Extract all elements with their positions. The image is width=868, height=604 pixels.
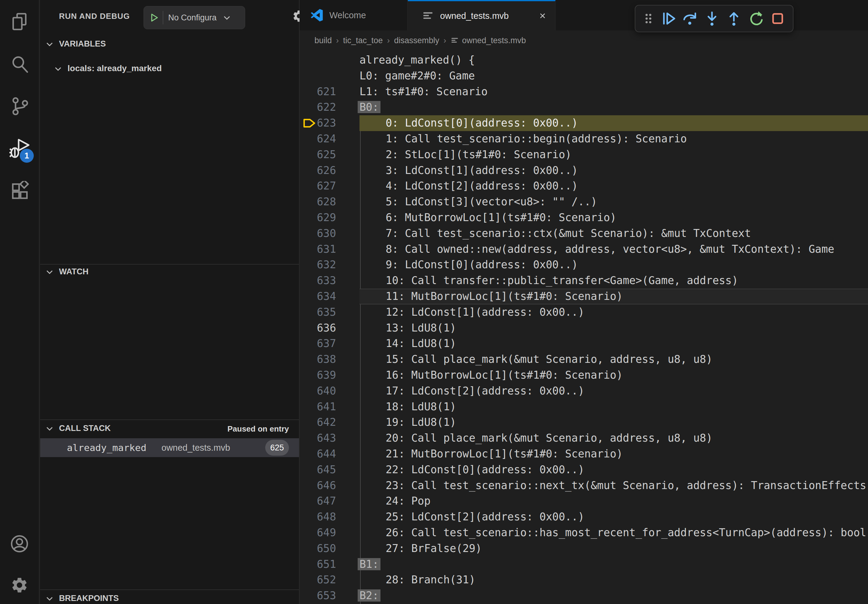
extensions-icon[interactable]	[9, 180, 29, 200]
step-into-icon[interactable]	[701, 7, 723, 30]
editor-gutter[interactable]: 655	[299, 588, 360, 604]
editor-gutter[interactable]: 644	[299, 415, 360, 431]
editor-gutter[interactable]: 643	[299, 399, 360, 415]
code-line[interactable]: 639 14: LdU8(1)	[299, 336, 868, 352]
tab-welcome[interactable]: Welcome	[299, 0, 408, 30]
code-line[interactable]: 632 7: Call test_scenario::ctx(&mut Scen…	[299, 226, 868, 242]
code-line[interactable]: 640 15: Call place_mark(&mut Scenario, a…	[299, 352, 868, 367]
locals-chevron-down-icon[interactable]	[54, 64, 63, 73]
editor-gutter[interactable]: 631	[299, 210, 360, 226]
code-line[interactable]: 651 26: Call test_scenario::has_most_rec…	[299, 525, 868, 541]
editor-gutter[interactable]: 627	[299, 147, 360, 163]
editor-gutter[interactable]: 654	[299, 572, 360, 588]
code-line[interactable]: 638 13: LdU8(1)	[299, 320, 868, 336]
code-line[interactable]: 636 11: MutBorrowLoc[1](ts#1#0: Scenario…	[299, 289, 868, 304]
code-line[interactable]: 652 27: BrFalse(29)	[299, 541, 868, 556]
code-line[interactable]: 644 19: LdU8(1)	[299, 415, 868, 431]
code-line[interactable]: 647 22: LdConst[0](address: 0x00..)	[299, 462, 868, 478]
editor-gutter[interactable]: 646	[299, 446, 360, 462]
call-stack-frame-row[interactable]: already_marked owned_tests.mvb 625	[40, 438, 299, 457]
editor-gutter[interactable]: 650	[299, 509, 360, 525]
explorer-icon[interactable]	[9, 12, 29, 32]
code-line[interactable]: 654 28: Branch(31)	[299, 572, 868, 588]
code-line[interactable]: 637 12: LdConst[1](address: 0x00..)	[299, 304, 868, 320]
code-line[interactable]: 629 4: LdConst[2](address: 0x00..)	[299, 178, 868, 194]
editor-gutter[interactable]: 624	[299, 99, 360, 115]
editor-gutter[interactable]: 634	[299, 257, 360, 273]
editor-gutter[interactable]: 623	[299, 84, 360, 100]
breakpoints-section-header[interactable]: BREAKPOINTS	[59, 594, 119, 603]
code-line[interactable]: 643 18: LdU8(1)	[299, 399, 868, 415]
code-line[interactable]: 641 16: MutBorrowLoc[1](ts#1#0: Scenario…	[299, 367, 868, 383]
editor-gutter[interactable]: 640	[299, 352, 360, 367]
editor-gutter[interactable]: 626	[299, 131, 360, 147]
code-line[interactable]: 650 25: LdConst[2](address: 0x00..)	[299, 509, 868, 525]
code-line[interactable]: 626 1: Call test_scenario::begin(address…	[299, 131, 868, 147]
code-line[interactable]: 653 B1:	[299, 556, 868, 572]
editor-gutter[interactable]: 649	[299, 493, 360, 509]
restart-icon[interactable]	[745, 7, 767, 30]
editor-gutter[interactable]: 648	[299, 478, 360, 494]
editor-gutter[interactable]: 637	[299, 304, 360, 320]
breadcrumb-item[interactable]: tic_tac_toe	[343, 36, 383, 45]
code-line[interactable]: 648 23: Call test_scenario::next_tx(&mut…	[299, 478, 868, 494]
code-line[interactable]: 624 B0:	[299, 99, 868, 115]
locals-tree-item[interactable]: locals: already_marked	[68, 63, 162, 73]
code-line[interactable]: 649 24: Pop	[299, 493, 868, 509]
code-line[interactable]: 621 already_marked() {	[299, 52, 868, 68]
editor-gutter[interactable]: 639	[299, 336, 360, 352]
code-line[interactable]: 634 9: LdConst[0](address: 0x00..)	[299, 257, 868, 273]
editor-gutter[interactable]: 651	[299, 525, 360, 541]
editor-gutter[interactable]: 647	[299, 462, 360, 478]
editor-gutter[interactable]: 622	[299, 68, 360, 84]
editor-gutter[interactable]: 625	[299, 115, 360, 131]
editor-gutter[interactable]: 638	[299, 320, 360, 336]
breakpoints-chevron-down-icon[interactable]	[45, 594, 54, 603]
close-icon[interactable]	[538, 11, 547, 20]
editor-gutter[interactable]: 621	[299, 52, 360, 68]
editor-gutter[interactable]: 630	[299, 194, 360, 210]
editor-gutter[interactable]: 645	[299, 431, 360, 446]
search-icon[interactable]	[9, 54, 29, 74]
code-line[interactable]: 625 0: LdConst[0](address: 0x00..)	[299, 115, 868, 131]
editor-gutter[interactable]: 642	[299, 383, 360, 399]
code-line[interactable]: 631 6: MutBorrowLoc[1](ts#1#0: Scenario)	[299, 210, 868, 226]
call-stack-chevron-down-icon[interactable]	[45, 424, 54, 433]
code-line[interactable]: 635 10: Call transfer::public_transfer<G…	[299, 273, 868, 289]
editor-gutter[interactable]: 641	[299, 367, 360, 383]
code-line[interactable]: 642 17: LdConst[2](address: 0x00..)	[299, 383, 868, 399]
editor-gutter[interactable]: 653	[299, 556, 360, 572]
editor-gutter[interactable]: 628	[299, 163, 360, 178]
code-line[interactable]: 627 2: StLoc[1](ts#1#0: Scenario)	[299, 147, 868, 163]
editor-gutter[interactable]: 633	[299, 242, 360, 257]
continue-icon[interactable]	[657, 7, 679, 30]
run-config-dropdown[interactable]: No Configura	[144, 6, 245, 29]
code-line[interactable]: 628 3: LdConst[1](address: 0x00..)	[299, 163, 868, 178]
tab-owned-tests[interactable]: owned_tests.mvb	[408, 0, 556, 30]
call-stack-section-header[interactable]: CALL STACK	[59, 424, 111, 433]
step-out-icon[interactable]	[723, 7, 745, 30]
variables-chevron-down-icon[interactable]	[45, 40, 54, 49]
settings-gear-icon[interactable]	[9, 575, 29, 595]
gripper-icon[interactable]	[640, 7, 657, 30]
editor-gutter[interactable]: 632	[299, 226, 360, 242]
editor-gutter[interactable]: 652	[299, 541, 360, 556]
editor-gutter[interactable]: 629	[299, 178, 360, 194]
code-line[interactable]: 633 8: Call owned::new(address, address,…	[299, 242, 868, 257]
editor-gutter[interactable]: 636	[299, 289, 360, 304]
code-line[interactable]: 622 L0: game#2#0: Game	[299, 68, 868, 84]
editor-gutter[interactable]: 635	[299, 273, 360, 289]
code-line[interactable]: 655 B2:	[299, 588, 868, 604]
code-line[interactable]: 646 21: MutBorrowLoc[1](ts#1#0: Scenario…	[299, 446, 868, 462]
account-icon[interactable]	[9, 534, 29, 554]
breadcrumb-item[interactable]: owned_tests.mvb	[462, 36, 526, 45]
stop-icon[interactable]	[767, 7, 789, 30]
breadcrumb-item[interactable]: disassembly	[394, 36, 439, 45]
watch-section-header[interactable]: WATCH	[59, 267, 88, 276]
watch-chevron-down-icon[interactable]	[45, 267, 54, 276]
run-and-debug-icon[interactable]: 1	[9, 138, 29, 158]
code-line[interactable]: 645 20: Call place_mark(&mut Scenario, a…	[299, 431, 868, 446]
code-line[interactable]: 630 5: LdConst[3](vector<u8>: "" /..)	[299, 194, 868, 210]
breadcrumb-item[interactable]: build	[315, 36, 332, 45]
variables-section-header[interactable]: VARIABLES	[59, 39, 106, 49]
